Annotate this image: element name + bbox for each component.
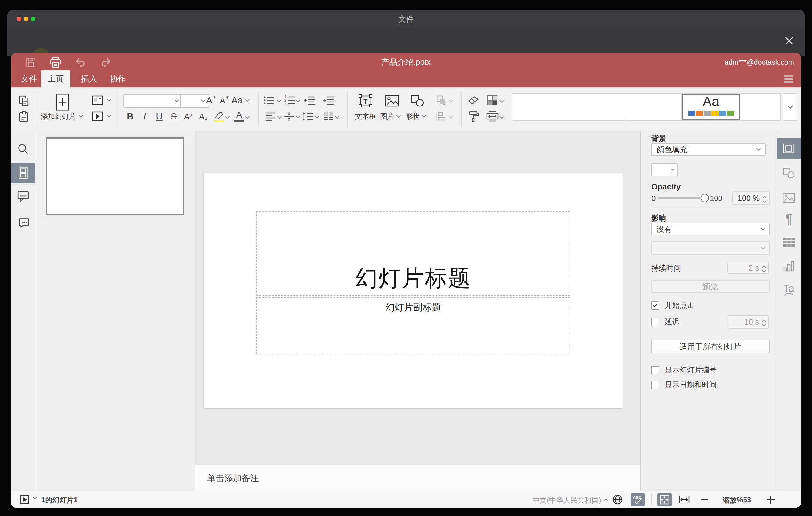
chevron-down-icon[interactable]: [33, 495, 37, 499]
slide-size-button[interactable]: [485, 109, 499, 123]
opacity-slider-handle[interactable]: [701, 194, 709, 202]
chevron-down-icon[interactable]: [277, 114, 282, 118]
vertical-align-button[interactable]: [282, 109, 296, 123]
decrease-indent-button[interactable]: [303, 93, 317, 107]
clear-style-button[interactable]: [466, 93, 480, 107]
undo-button[interactable]: [71, 54, 89, 70]
chevron-down-icon[interactable]: [448, 114, 453, 118]
tab-collaboration[interactable]: 协作: [104, 70, 132, 87]
insert-shape-menu[interactable]: 形状: [405, 111, 426, 122]
show-slide-number-checkbox[interactable]: [651, 366, 659, 374]
columns-button[interactable]: [321, 109, 336, 123]
numbering-button[interactable]: 123: [283, 93, 297, 107]
chevron-down-icon[interactable]: [499, 114, 504, 118]
chat-panel-button[interactable]: [11, 212, 35, 232]
effect-variant-select[interactable]: [651, 241, 770, 255]
chevron-down-icon[interactable]: [448, 98, 453, 103]
slide-settings-tab[interactable]: [777, 138, 801, 159]
zoom-in-button[interactable]: [764, 493, 778, 506]
tab-insert[interactable]: 插入: [76, 70, 103, 87]
horizontal-align-button[interactable]: [263, 109, 277, 123]
line-spacing-button[interactable]: [301, 109, 315, 123]
slide-layout-button[interactable]: [91, 93, 111, 107]
fit-to-width-button[interactable]: [677, 493, 691, 506]
increase-font-button[interactable]: A▲: [205, 93, 218, 107]
table-settings-tab[interactable]: [777, 232, 801, 253]
apply-to-all-slides-button[interactable]: 适用于所有幻灯片: [651, 340, 770, 353]
subscript-button[interactable]: A₂: [197, 109, 210, 123]
color-scheme-button[interactable]: [485, 93, 499, 107]
fill-color-picker[interactable]: [651, 163, 678, 176]
tab-file[interactable]: 文件: [16, 70, 42, 87]
maximize-traffic-light[interactable]: [31, 17, 35, 21]
chevron-down-icon[interactable]: [296, 114, 300, 118]
theme-option-selected[interactable]: Aa: [682, 93, 740, 120]
save-button[interactable]: [22, 54, 39, 70]
preview-button[interactable]: 预览: [651, 280, 770, 293]
search-panel-button[interactable]: [11, 139, 35, 159]
delay-checkbox[interactable]: [651, 318, 659, 326]
title-placeholder[interactable]: 幻灯片标题: [256, 211, 570, 296]
change-case-button[interactable]: Aa: [231, 93, 249, 107]
italic-button[interactable]: I: [138, 109, 151, 123]
add-slide-menu[interactable]: 添加幻灯片: [41, 109, 82, 123]
slide-canvas[interactable]: 幻灯片标题 幻灯片副标题: [204, 173, 622, 408]
subtitle-placeholder[interactable]: 幻灯片副标题: [256, 297, 570, 354]
textbox-button[interactable]: T: [355, 93, 376, 109]
spinner-arrows[interactable]: [763, 318, 765, 326]
comments-panel-button[interactable]: [11, 187, 35, 207]
highlight-color-button[interactable]: [212, 109, 226, 123]
tab-home[interactable]: 主页: [41, 70, 70, 87]
chevron-down-icon[interactable]: [277, 98, 281, 103]
decrease-font-button[interactable]: A▼: [218, 93, 231, 107]
close-traffic-light[interactable]: [17, 17, 21, 21]
fill-type-select[interactable]: 颜色填充: [651, 143, 766, 156]
notes-area[interactable]: 单击添加备注: [195, 465, 640, 491]
minimize-traffic-light[interactable]: [24, 17, 28, 21]
underline-button[interactable]: U: [152, 109, 166, 123]
font-color-button[interactable]: A: [232, 109, 246, 123]
copy-style-button[interactable]: [466, 109, 480, 123]
slide-editor-area[interactable]: 幻灯片标题 幻灯片副标题: [195, 131, 640, 465]
bold-button[interactable]: B: [123, 109, 137, 123]
superscript-button[interactable]: A²: [181, 109, 195, 123]
chevron-down-icon[interactable]: [335, 114, 339, 118]
effect-select[interactable]: 没有: [651, 223, 770, 235]
chevron-down-icon[interactable]: [315, 114, 319, 118]
arrange-shape-button[interactable]: [434, 93, 448, 107]
language-label[interactable]: 中文(中华人民共和国): [532, 496, 601, 505]
bullets-button[interactable]: [262, 93, 276, 107]
spinner-arrows[interactable]: [763, 264, 765, 272]
zoom-out-button[interactable]: [698, 493, 712, 506]
redo-button[interactable]: [97, 54, 115, 70]
align-shape-button[interactable]: [434, 109, 448, 123]
document-language-button[interactable]: [611, 493, 625, 507]
theme-option[interactable]: [740, 93, 780, 120]
start-slideshow-status-button[interactable]: [19, 493, 31, 506]
print-button[interactable]: [47, 54, 64, 70]
theme-option[interactable]: [625, 93, 682, 120]
insert-image-menu[interactable]: 图片: [380, 111, 400, 122]
spellcheck-button[interactable]: ABC: [631, 493, 645, 506]
delay-input[interactable]: 10 s: [728, 315, 769, 329]
image-settings-tab[interactable]: [777, 188, 801, 208]
theme-gallery-expand-button[interactable]: [783, 93, 797, 121]
start-slideshow-button[interactable]: [91, 109, 111, 123]
slide-thumbnail-selected[interactable]: [46, 137, 184, 215]
view-settings-button[interactable]: [780, 70, 797, 87]
close-button[interactable]: [780, 31, 799, 50]
paste-button[interactable]: [17, 109, 31, 123]
slides-panel-button[interactable]: [11, 163, 35, 183]
chart-settings-tab[interactable]: [777, 256, 801, 277]
opacity-value-input[interactable]: 100 %: [732, 191, 770, 205]
theme-option[interactable]: [513, 93, 569, 120]
theme-option[interactable]: [569, 93, 625, 120]
spinner-arrows[interactable]: [763, 194, 766, 202]
chevron-up-icon[interactable]: [604, 499, 608, 503]
chevron-down-icon[interactable]: [499, 98, 504, 103]
increase-indent-button[interactable]: [321, 93, 336, 107]
copy-button[interactable]: [17, 93, 31, 107]
insert-image-button[interactable]: [382, 93, 402, 109]
shape-settings-tab[interactable]: [777, 163, 801, 183]
duration-input[interactable]: 2 s: [727, 262, 769, 274]
